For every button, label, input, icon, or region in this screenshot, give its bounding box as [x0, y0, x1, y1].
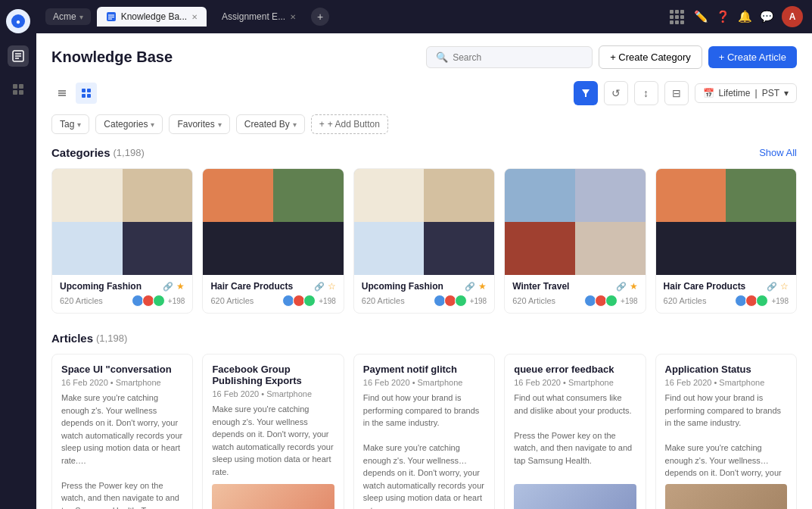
create-category-button[interactable]: + Create Category: [599, 45, 702, 69]
user-avatar[interactable]: A: [782, 6, 803, 27]
pencil-icon[interactable]: ✏️: [694, 10, 708, 23]
help-icon[interactable]: ❓: [716, 10, 730, 23]
card-articles-count: 620 Articles: [362, 296, 405, 305]
card-avatars: +198: [434, 295, 487, 307]
view-grid-button[interactable]: [76, 83, 97, 104]
show-all-categories-link[interactable]: Show All: [759, 147, 797, 158]
articles-grid: Space UI "conversation 16 Feb 2020 • Sma…: [51, 354, 797, 509]
article-image: [665, 484, 787, 509]
category-card[interactable]: Upcoming Fashion 🔗 ★ 620 Articles +198: [51, 168, 193, 314]
tab-kb[interactable]: Knowledge Ba... ✕: [97, 7, 207, 27]
add-filter-button[interactable]: + + Add Button: [311, 114, 388, 134]
created-by-chevron: ▾: [293, 120, 297, 129]
article-body: Find out how your brand is performing co…: [363, 392, 485, 509]
card-link-icon[interactable]: 🔗: [465, 282, 475, 292]
card-articles-count: 620 Articles: [512, 296, 555, 305]
article-card[interactable]: queue error feedback 16 Feb 2020 • Smart…: [504, 354, 646, 509]
page-header: Knowledge Base 🔍 + Create Category + Cre…: [51, 45, 797, 69]
card-link-icon[interactable]: 🔗: [314, 282, 325, 292]
view-list-button[interactable]: [51, 83, 73, 104]
tag-label: Tag: [60, 119, 74, 130]
card-title: Hair Care Products: [210, 281, 310, 292]
card-star-icon[interactable]: ☆: [780, 281, 789, 292]
article-card[interactable]: Payment notif glitch 16 Feb 2020 • Smart…: [353, 354, 495, 509]
card-image-cat-2: [203, 169, 343, 275]
article-title: queue error feedback: [514, 364, 636, 375]
app-logo[interactable]: ●: [6, 9, 30, 33]
add-filter-icon: +: [319, 119, 325, 130]
search-input[interactable]: [453, 52, 583, 63]
time-range-dropdown[interactable]: 📅 Lifetime | PST ▾: [695, 83, 798, 103]
tab-kb-close[interactable]: ✕: [191, 13, 198, 21]
grid-view-icon: [81, 88, 92, 98]
category-card[interactable]: Winter Travel 🔗 ★ 620 Articles +198: [504, 168, 646, 314]
card-image-cat-4: [505, 169, 645, 275]
sidebar-item-kb[interactable]: [8, 45, 29, 67]
tab-kb-icon: [106, 11, 117, 22]
sort-button[interactable]: ↕: [634, 81, 658, 105]
topbar-actions: ✏️ ❓ 🔔 💬 A: [667, 6, 803, 27]
workspace-selector[interactable]: Acme ▾: [45, 8, 91, 25]
search-bar[interactable]: 🔍: [426, 46, 593, 68]
card-link-icon[interactable]: 🔗: [616, 282, 627, 292]
card-avatars: +198: [735, 295, 789, 307]
active-filter-button[interactable]: [574, 81, 598, 105]
filter-bar: Tag ▾ Categories ▾ Favorites ▾ Created B…: [51, 114, 797, 134]
articles-title: Articles: [51, 332, 93, 345]
created-by-filter[interactable]: Created By ▾: [236, 114, 305, 134]
article-date: 16 Feb 2020 • Smartphone: [212, 389, 334, 398]
category-card[interactable]: Hair Care Products 🔗 ☆ 620 Articles +198: [655, 168, 797, 314]
card-title-row: Winter Travel 🔗 ★: [512, 281, 637, 292]
toolbar: ↺ ↕ ⊟ 📅 Lifetime | PST ▾: [51, 81, 797, 105]
card-avatars: +198: [282, 295, 336, 307]
card-star-icon[interactable]: ★: [478, 281, 487, 292]
categories-grid: Upcoming Fashion 🔗 ★ 620 Articles +198: [51, 168, 797, 314]
notification-icon[interactable]: 🔔: [738, 10, 752, 23]
favorites-filter[interactable]: Favorites ▾: [169, 114, 229, 134]
card-link-icon[interactable]: 🔗: [767, 282, 777, 292]
category-card[interactable]: Upcoming Fashion 🔗 ★ 620 Articles +198: [353, 168, 495, 314]
columns-button[interactable]: ⊟: [664, 81, 689, 105]
workspace-chevron: ▾: [79, 13, 83, 21]
category-card[interactable]: Hair Care Products 🔗 ☆ 620 Articles +198: [202, 168, 344, 314]
card-avatars: +198: [132, 295, 185, 307]
svg-rect-19: [82, 94, 86, 98]
card-title-row: Hair Care Products 🔗 ☆: [210, 281, 335, 292]
tag-filter[interactable]: Tag ▾: [51, 114, 89, 134]
svg-rect-18: [87, 89, 91, 92]
categories-chevron: ▾: [151, 120, 154, 129]
card-title: Upcoming Fashion: [362, 281, 462, 292]
categories-label: Categories: [104, 119, 148, 130]
tab-add-button[interactable]: +: [311, 8, 329, 26]
article-card[interactable]: Facebook Group Publishing Exports 16 Feb…: [202, 354, 344, 509]
main-content: Acme ▾ Knowledge Ba... ✕ Assignment E...…: [36, 0, 812, 509]
tab-ae[interactable]: Assignment E... ✕: [213, 7, 305, 27]
card-link-icon[interactable]: 🔗: [163, 282, 173, 292]
card-star-icon[interactable]: ★: [630, 281, 638, 292]
content-area: Knowledge Base 🔍 + Create Category + Cre…: [36, 33, 812, 509]
create-article-button[interactable]: + Create Article: [708, 46, 797, 68]
categories-filter[interactable]: Categories ▾: [95, 114, 163, 134]
tab-ae-label: Assignment E...: [222, 11, 285, 22]
apps-grid-icon[interactable]: [667, 8, 686, 27]
favorites-chevron: ▾: [218, 120, 222, 129]
svg-rect-20: [87, 94, 91, 98]
card-star-icon[interactable]: ☆: [328, 281, 336, 292]
card-title-row: Upcoming Fashion 🔗 ★: [362, 281, 487, 292]
avatar-3: [303, 295, 316, 307]
tag-chevron: ▾: [77, 120, 81, 129]
categories-section-header: Categories (1,198) Show All: [51, 146, 797, 159]
article-body: Find out what consumers like and dislike…: [514, 392, 636, 478]
tab-ae-close[interactable]: ✕: [290, 13, 296, 21]
svg-rect-9: [19, 90, 23, 95]
refresh-button[interactable]: ↺: [604, 81, 628, 105]
avatar-3: [455, 295, 467, 307]
card-star-icon[interactable]: ★: [176, 281, 185, 292]
avatar-count: +198: [168, 297, 185, 305]
article-card[interactable]: Space UI "conversation 16 Feb 2020 • Sma…: [51, 354, 193, 509]
sidebar: ●: [0, 0, 36, 509]
article-card[interactable]: Application Status 16 Feb 2020 • Smartph…: [655, 354, 797, 509]
sidebar-item-other[interactable]: [8, 79, 29, 100]
chat-icon[interactable]: 💬: [760, 10, 774, 23]
avatar-count: +198: [319, 297, 336, 305]
